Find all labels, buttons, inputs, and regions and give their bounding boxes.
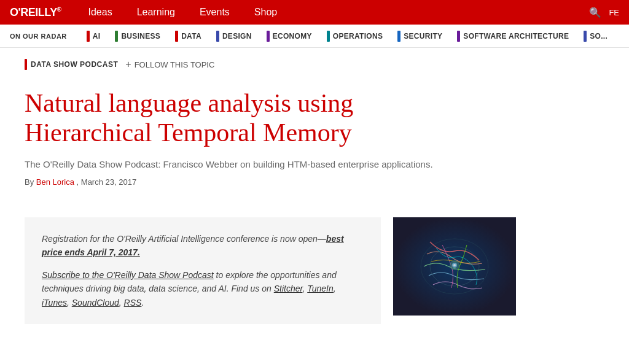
radar-topic-ai[interactable]: AI	[79, 31, 108, 42]
plus-icon: +	[125, 59, 131, 70]
economy-label: ECONOMY	[273, 32, 312, 41]
design-label: DESIGN	[222, 32, 252, 41]
radar-label: ON OUR RADAR	[10, 33, 67, 40]
logo-area[interactable]: O'REILLY®	[10, 6, 61, 19]
economy-dot	[267, 31, 270, 42]
subscribe-link[interactable]: Subscribe to the O'Reilly Data Show Podc…	[42, 270, 214, 280]
nav-events[interactable]: Events	[187, 0, 242, 25]
callout-section: Registration for the O'Reilly Artificial…	[0, 217, 629, 324]
svg-point-5	[453, 264, 456, 266]
nav-ideas[interactable]: Ideas	[76, 0, 125, 25]
badge-bar-icon	[25, 59, 27, 70]
business-label: BUSINESS	[121, 32, 160, 41]
business-dot	[115, 31, 118, 42]
nav-learning[interactable]: Learning	[125, 0, 187, 25]
follow-topic-button[interactable]: + FOLLOW THIS TOPIC	[125, 59, 214, 70]
nav-links: Ideas Learning Events Shop	[76, 0, 290, 25]
software-architecture-dot	[457, 31, 460, 42]
radar-topic-more[interactable]: SO...	[576, 31, 615, 42]
podcast-badge-label: DATA SHOW PODCAST	[31, 60, 118, 69]
more-dot	[584, 31, 587, 42]
tunein-link[interactable]: TuneIn	[307, 284, 334, 293]
security-label: SECURITY	[404, 32, 442, 41]
radar-topics: AI BUSINESS DATA DESIGN ECONOMY OPERATIO…	[79, 31, 615, 42]
profile-icon[interactable]: FE	[609, 8, 619, 17]
rss-link[interactable]: RSS	[124, 298, 142, 308]
nav-shop[interactable]: Shop	[242, 0, 289, 25]
radar-topic-operations[interactable]: OPERATIONS	[319, 31, 390, 42]
byline-comma: ,	[77, 177, 81, 187]
podcast-badge[interactable]: DATA SHOW PODCAST	[25, 59, 118, 70]
operations-dot	[327, 31, 330, 42]
byline-prefix: By	[25, 177, 34, 187]
radar-topic-software-architecture[interactable]: SOFTWARE ARCHITECTURE	[450, 31, 576, 42]
itunes-link[interactable]: iTunes	[42, 298, 67, 308]
comma-3: ,	[67, 298, 72, 308]
software-architecture-label: SOFTWARE ARCHITECTURE	[463, 32, 569, 41]
operations-label: OPERATIONS	[333, 32, 383, 41]
article-image	[393, 217, 516, 316]
soundcloud-link[interactable]: SoundCloud	[72, 298, 119, 308]
radar-topic-security[interactable]: SECURITY	[390, 31, 450, 42]
design-dot	[216, 31, 219, 42]
article-title: Natural language analysis using Hierarch…	[25, 88, 479, 148]
logo[interactable]: O'REILLY®	[10, 6, 61, 19]
main-content: Natural language analysis using Hierarch…	[0, 76, 504, 205]
more-label: SO...	[590, 32, 608, 41]
search-icon[interactable]: 🔍	[589, 7, 601, 18]
security-dot	[397, 31, 400, 42]
callout-box: Registration for the O'Reilly Artificial…	[25, 217, 381, 324]
radar-bar: ON OUR RADAR AI BUSINESS DATA DESIGN ECO…	[0, 25, 629, 48]
top-navigation: O'REILLY® Ideas Learning Events Shop 🔍 F…	[0, 0, 629, 25]
logo-registered: ®	[57, 6, 61, 13]
radar-topic-data[interactable]: DATA	[168, 31, 209, 42]
comma-4: ,	[119, 298, 124, 308]
article-subtitle: The O'Reilly Data Show Podcast: Francisc…	[25, 158, 479, 172]
period: .	[141, 298, 144, 308]
follow-topic-label: FOLLOW THIS TOPIC	[135, 60, 215, 69]
stitcher-link[interactable]: Stitcher	[274, 284, 303, 293]
callout-p1-text: Registration for the O'Reilly Artificial…	[42, 234, 326, 244]
radar-topic-design[interactable]: DESIGN	[209, 31, 259, 42]
data-dot	[175, 31, 178, 42]
breadcrumb-bar: DATA SHOW PODCAST + FOLLOW THIS TOPIC	[0, 48, 629, 76]
callout-paragraph-2: Subscribe to the O'Reilly Data Show Podc…	[42, 268, 364, 309]
comma-2: ,	[334, 284, 336, 293]
data-label: DATA	[181, 32, 201, 41]
ai-dot	[87, 31, 90, 42]
article-byline: By Ben Lorica , March 23, 2017	[25, 177, 479, 187]
radar-topic-economy[interactable]: ECONOMY	[259, 31, 319, 42]
radar-topic-business[interactable]: BUSINESS	[107, 31, 168, 42]
ai-label: AI	[93, 32, 101, 41]
article-date: March 23, 2017	[81, 177, 136, 187]
callout-paragraph-1: Registration for the O'Reilly Artificial…	[42, 232, 364, 260]
author-link[interactable]: Ben Lorica	[36, 177, 74, 187]
nav-right-icons: 🔍 FE	[589, 7, 619, 18]
